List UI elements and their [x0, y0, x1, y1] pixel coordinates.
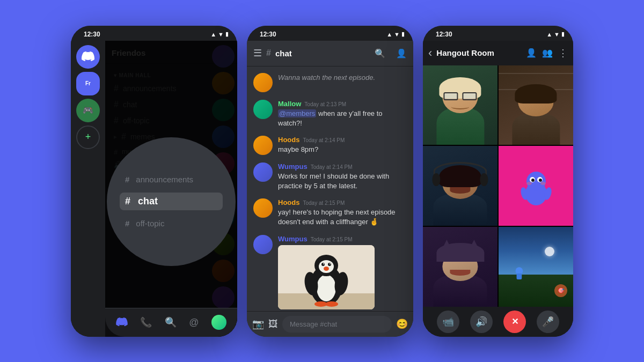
spotlight-off-topic[interactable]: # off-topic [120, 216, 223, 231]
camera-toggle-button[interactable]: 📹 [437, 311, 459, 333]
mallow-msg-content: Mallow Today at 2:13 PM @members when ar… [278, 100, 407, 128]
mallow-time: Today at 2:13 PM [304, 101, 346, 107]
svg-point-20 [539, 179, 542, 182]
discord-avatar-display [499, 146, 573, 226]
hash-icon-2: # [114, 100, 119, 109]
server-icon-3[interactable]: 🎮 [76, 99, 100, 122]
more-options-icon[interactable]: ⋮ [558, 47, 568, 59]
svg-point-9 [330, 263, 331, 264]
nav-mention[interactable]: @ [189, 317, 199, 328]
wumpus-msg-avatar-1 [253, 162, 273, 182]
svg-point-6 [321, 263, 325, 266]
mallow-msg-avatar [253, 100, 273, 119]
status-bar-3: 12:30 ▲ ▼ ▮ [423, 26, 573, 41]
mallow-msg-header: Mallow Today at 2:13 PM [278, 100, 407, 108]
video-cell-2 [499, 65, 573, 145]
camera-input-icon[interactable]: 📷 [252, 318, 264, 330]
hoods-msg-avatar-2 [253, 198, 273, 218]
message-input[interactable]: Message #chat [282, 316, 392, 333]
status-icons-1: ▲ ▼ ▮ [210, 31, 229, 38]
mic-ctrl-icon: 🎤 [542, 316, 554, 328]
signal-icon-3: ▲ [546, 31, 552, 38]
person-3-display [423, 146, 497, 226]
hoods-time-2: Today at 2:15 PM [303, 200, 345, 206]
status-bar-2: 12:30 ▲ ▼ ▮ [247, 26, 413, 41]
hash-spotlight-1: # [125, 175, 129, 184]
server-name: Friendos [112, 48, 145, 57]
video-cell-game: 🎯 [499, 227, 573, 307]
strip-avatar-10 [212, 286, 235, 309]
person-2-display [499, 65, 573, 145]
hoods-msg-avatar-1 [253, 136, 273, 155]
hoods-name-2: Hoods [278, 198, 299, 206]
image-input-icon[interactable]: 🖼 [268, 319, 278, 330]
nav-search[interactable]: 🔍 [165, 316, 177, 328]
game-character [514, 263, 525, 283]
wumpus-name-2: Wumpus [278, 235, 308, 243]
spotlight-announcements[interactable]: # announcements [120, 172, 223, 187]
svg-point-14 [325, 301, 338, 307]
hash-icon-3: # [114, 116, 119, 125]
hash-spotlight-3: # [125, 219, 129, 228]
message-wumpus-1: Wumpus Today at 2:14 PM Works for me! I … [247, 160, 413, 193]
signal-icon: ▲ [210, 31, 216, 38]
members-icon[interactable]: 👤 [396, 48, 407, 58]
time-1: 12:30 [84, 31, 100, 38]
svg-point-3 [317, 275, 336, 301]
hoods-text-1: maybe 8pm? [278, 145, 407, 154]
chat-input-bar: 📷 🖼 Message #chat 😊 [247, 311, 413, 337]
spotlight-chat[interactable]: # chat [120, 193, 223, 210]
svg-point-8 [323, 263, 324, 264]
nav-phone[interactable]: 📞 [140, 316, 152, 328]
strip-avatar-3 [212, 99, 235, 121]
status-icons-3: ▲ ▼ ▮ [546, 31, 565, 38]
back-chevron-icon[interactable]: ‹ [428, 46, 432, 60]
hoods-name-1: Hoods [278, 136, 299, 144]
svg-rect-26 [516, 274, 522, 279]
strip-avatar-4 [212, 125, 235, 148]
strip-avatar-2 [212, 72, 235, 94]
camera-ctrl-icon: 📹 [442, 316, 454, 328]
wifi-icon-2: ▼ [394, 31, 400, 38]
end-call-icon: ✕ [511, 316, 518, 327]
glasses-display [443, 92, 477, 100]
time-2: 12:30 [260, 31, 276, 38]
hash-icon-4: # [121, 132, 126, 142]
message-wumpus-image: Wumpus Today at 2:15 PM [247, 233, 413, 311]
speaker-ctrl-icon: 🔊 [475, 316, 487, 328]
phone-video-call: 12:30 ▲ ▼ ▮ ‹ Hangout Room 👤 👥 ⋮ [423, 26, 573, 337]
nav-discord[interactable] [116, 317, 128, 327]
strip-avatar-9 [212, 260, 235, 282]
wumpus-character [517, 164, 555, 207]
speaker-toggle-button[interactable]: 🔊 [470, 311, 493, 333]
call-room-title: Hangout Room [436, 48, 494, 57]
mic-toggle-button[interactable]: 🎤 [537, 311, 559, 333]
emoji-icon[interactable]: 😊 [396, 318, 408, 330]
hash-icon-1: # [114, 84, 119, 93]
message-mallow: Mallow Today at 2:13 PM @members when ar… [247, 98, 413, 130]
discord-server-icon[interactable] [76, 45, 100, 69]
channel-name-announcements: announcements [123, 84, 177, 93]
phone1-content: Fr 🎮 + Friendos ⋮ ▾ [71, 41, 237, 337]
messages-list: Wanna watch the next episode. Mallow Tod… [247, 67, 413, 311]
wumpus-name-1: Wumpus [278, 162, 308, 171]
search-icon-chat[interactable]: 🔍 [375, 48, 385, 58]
hamburger-icon[interactable]: ☰ [253, 47, 262, 59]
video-cell-3 [423, 146, 497, 226]
server-icon-friendos[interactable]: Fr [76, 72, 100, 95]
video-cell-discord [499, 146, 573, 226]
collapse-icon: ▸ [114, 133, 117, 141]
screen-share-icon[interactable]: 👤 [526, 48, 537, 58]
server-icon-4[interactable]: + [76, 125, 100, 149]
person-1-display [423, 65, 497, 145]
nav-profile[interactable] [211, 315, 226, 330]
hoods-msg-header-2: Hoods Today at 2:15 PM [278, 198, 407, 206]
message-placeholder: Message #chat [290, 320, 337, 328]
penguin-image[interactable] [278, 245, 375, 309]
status-bar-1: 12:30 ▲ ▼ ▮ [71, 26, 237, 41]
hash-chat-header: # [266, 48, 271, 58]
end-call-button[interactable]: ✕ [503, 311, 526, 333]
user-avatar [211, 315, 226, 330]
status-icons-2: ▲ ▼ ▮ [386, 31, 405, 38]
people-icon[interactable]: 👥 [542, 48, 553, 58]
